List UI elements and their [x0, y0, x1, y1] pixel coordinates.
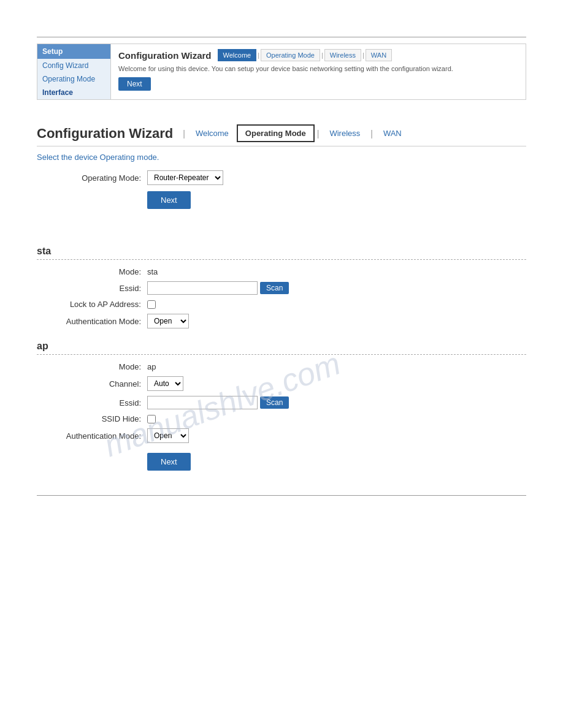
sta-mode-row: Mode: sta	[37, 267, 526, 276]
section2-panel: Configuration Wizard | Welcome Operating…	[37, 124, 526, 209]
ap-essid-label: Essid:	[37, 398, 147, 408]
wizard-title-large: Configuration Wizard	[37, 126, 173, 142]
sta-essid-row: Essid: Scan	[37, 281, 526, 295]
sta-auth-mode-select[interactable]: Open WEP WPA WPA2	[147, 314, 189, 328]
sidebar-header: Setup	[37, 44, 110, 59]
tab-divider-1: |	[256, 51, 261, 59]
sta-essid-label: Essid:	[37, 284, 147, 293]
operating-mode-row: Operating Mode: Router-Repeater Router R…	[37, 170, 526, 185]
ap-auth-mode-label: Authentication Mode:	[37, 431, 147, 441]
sta-scan-button[interactable]: Scan	[260, 282, 289, 294]
tab-welcome-s2[interactable]: Welcome	[188, 125, 237, 142]
welcome-text-small: Welcome for using this device. You can s…	[118, 65, 518, 72]
ap-ssid-hide-checkbox[interactable]	[147, 415, 156, 423]
bottom-next-row: Next	[147, 453, 526, 471]
tab-bar-section2: | Welcome Operating Mode | Wireless | WA…	[180, 124, 410, 142]
ap-channel-label: Channel:	[37, 379, 147, 389]
tab-operating-mode-small[interactable]: Operating Mode	[261, 49, 320, 61]
sidebar-item-config-wizard[interactable]: Config Wizard	[37, 59, 110, 72]
ap-auth-mode-select[interactable]: Open WEP WPA WPA2	[147, 428, 189, 443]
tab-wan-small[interactable]: WAN	[366, 49, 392, 61]
sta-lock-ap-label: Lock to AP Address:	[37, 300, 147, 309]
ap-essid-input[interactable]	[147, 396, 258, 409]
tab-operating-mode-s2[interactable]: Operating Mode	[237, 124, 315, 142]
page-wrapper: Setup Config Wizard Operating Mode Inter…	[0, 37, 563, 728]
sta-auth-mode-label: Authentication Mode:	[37, 317, 147, 326]
ap-ssid-hide-row: SSID Hide:	[37, 414, 526, 423]
ap-section-title: ap	[37, 341, 526, 355]
sta-mode-value: sta	[147, 267, 158, 276]
ap-essid-row: Essid: Scan	[37, 396, 526, 409]
ap-ssid-hide-label: SSID Hide:	[37, 414, 147, 423]
wizard-tabs-small: Configuration Wizard Welcome | Operating…	[118, 49, 518, 61]
sta-lock-ap-checkbox[interactable]	[147, 300, 156, 309]
ap-channel-select[interactable]: Auto 1 2 3	[147, 376, 183, 391]
next-button-section1[interactable]: Next	[118, 77, 151, 91]
operating-mode-select[interactable]: Router-Repeater Router Repeater AP	[147, 170, 223, 185]
tab-divider-3: |	[361, 51, 366, 59]
section1-panel: Setup Config Wizard Operating Mode Inter…	[37, 44, 526, 100]
ap-mode-row: Mode: ap	[37, 362, 526, 371]
ap-mode-label: Mode:	[37, 362, 147, 371]
sidebar-item-interface[interactable]: Interface	[37, 86, 110, 99]
ap-mode-value: ap	[147, 362, 156, 371]
tab-wireless-s2[interactable]: Wireless	[321, 125, 368, 142]
tab-bar-divider-3: |	[368, 129, 375, 138]
tab-wireless-small[interactable]: Wireless	[324, 49, 361, 61]
bottom-rule	[37, 495, 526, 496]
next-button-row-s2: Next	[37, 191, 526, 209]
next-button-section2[interactable]: Next	[147, 191, 191, 209]
top-rule	[37, 37, 526, 37]
main-panel-section1: Configuration Wizard Welcome | Operating…	[111, 44, 526, 99]
tab-welcome-small[interactable]: Welcome	[218, 49, 257, 61]
ap-channel-row: Channel: Auto 1 2 3	[37, 376, 526, 391]
sidebar: Setup Config Wizard Operating Mode Inter…	[37, 44, 111, 99]
tab-bar-divider-2: |	[315, 129, 322, 138]
sta-mode-label: Mode:	[37, 267, 147, 276]
ap-section: ap Mode: ap Channel: Auto 1 2 3 Essid:	[37, 341, 526, 443]
next-button-section3[interactable]: Next	[147, 453, 191, 471]
sta-essid-input[interactable]	[147, 281, 258, 295]
wizard-header-row: Configuration Wizard | Welcome Operating…	[37, 124, 526, 146]
sta-section-title: sta	[37, 246, 526, 260]
section2-subtitle: Select the device Operating mode.	[37, 153, 526, 162]
sta-auth-mode-row: Authentication Mode: Open WEP WPA WPA2	[37, 314, 526, 328]
tab-bar-divider-1: |	[180, 129, 188, 138]
section3-panel: sta Mode: sta Essid: Scan Lock to AP Add…	[37, 246, 526, 471]
ap-scan-button[interactable]: Scan	[260, 396, 289, 409]
ap-auth-mode-row: Authentication Mode: Open WEP WPA WPA2	[37, 428, 526, 443]
tab-wan-s2[interactable]: WAN	[375, 125, 410, 142]
sta-lock-ap-row: Lock to AP Address:	[37, 300, 526, 309]
operating-mode-label: Operating Mode:	[37, 173, 147, 183]
sidebar-item-operating-mode[interactable]: Operating Mode	[37, 72, 110, 86]
wizard-title-small: Configuration Wizard	[118, 50, 212, 61]
tab-divider-2: |	[320, 51, 324, 59]
